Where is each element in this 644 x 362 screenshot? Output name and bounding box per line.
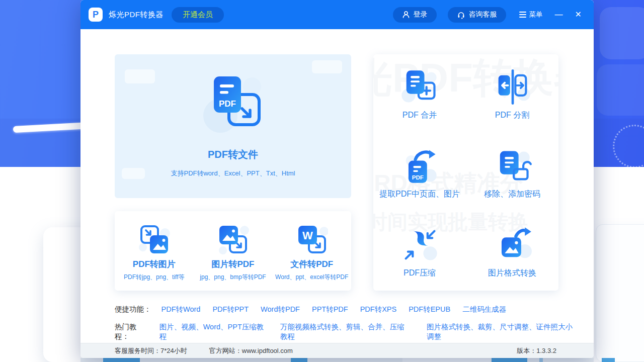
open-vip-button[interactable]: 开通会员 — [172, 7, 224, 23]
quick-features-row: 便捷功能： PDF转Word PDF转PPT Word转PDF PPT转PDF … — [115, 305, 518, 314]
file-to-pdf-item[interactable]: W 文件转PDF Word、ppt、excel等转PDF — [272, 211, 351, 291]
link-pdf-to-ppt[interactable]: PDF转PPT — [212, 305, 249, 314]
tool-title: 图片格式转换 — [488, 268, 536, 279]
tool-title: PDF压缩 — [404, 268, 436, 279]
pdf-password-item[interactable]: 移除、添加密码 — [466, 133, 558, 212]
image-to-pdf-item[interactable]: 图片转PDF jpg、png、bmp等转PDF — [194, 211, 273, 291]
tool-title: PDF 分割 — [495, 110, 529, 121]
pdf-to-file-subtitle: 支持PDF转word、Excel、PPT、Txt、Html — [171, 169, 295, 178]
hot-tutorials-row: 热门教程： 图片、视频、Word、PPT压缩教程 万能视频格式转换、剪辑、合并、… — [115, 322, 594, 341]
pdf-split-icon — [492, 67, 532, 107]
link-qrcode-generator[interactable]: 二维码生成器 — [462, 305, 506, 314]
version-label: 版本：1.3.3.2 — [517, 346, 556, 355]
tool-title: 提取PDF中页面、图片 — [379, 189, 460, 200]
footer-bar: 客服服务时间：7*24小时 官方网站：www.ipdftool.com 版本：1… — [80, 343, 594, 358]
background-rounded-shape — [600, 7, 644, 59]
pdf-to-file-card[interactable]: PDF PDF转文件 支持PDF转word、Excel、PPT、Txt、Html — [115, 54, 351, 198]
link-ppt-to-pdf[interactable]: PPT转PDF — [312, 305, 348, 314]
pdf-extract-item[interactable]: PDF 提取PDF中页面、图片 — [373, 133, 466, 212]
background-bottom-strip — [80, 358, 594, 362]
app-logo-icon: P — [89, 8, 103, 22]
headset-icon — [457, 11, 465, 19]
login-label: 登录 — [414, 10, 428, 19]
file-to-pdf-icon: W — [296, 223, 328, 255]
card-decor — [122, 168, 145, 179]
image-format-icon — [492, 225, 532, 265]
pdf-to-image-icon — [138, 223, 170, 255]
pdf-password-icon — [492, 146, 532, 186]
titlebar[interactable]: P 烁光PDF转换器 开通会员 登录 咨询客服 菜单 — ✕ — [80, 0, 594, 29]
card-decor — [312, 60, 342, 73]
background-bottom-strip-right — [602, 358, 615, 362]
svg-text:PDF: PDF — [412, 174, 424, 180]
quick-features-label: 便捷功能： — [115, 305, 151, 314]
hot-tutorials-label: 热门教程： — [115, 322, 149, 341]
link-video-tutorial[interactable]: 万能视频格式转换、剪辑、合并、压缩教程 — [280, 322, 412, 341]
tool-title: PDF 合并 — [403, 110, 437, 121]
service-time: 客服服务时间：7*24小时 — [115, 346, 187, 355]
menu-button[interactable]: 菜单 — [519, 10, 543, 19]
pdf-to-file-icon: PDF — [198, 73, 268, 133]
item-subtitle: PDF转jpg、png、tiff等 — [124, 273, 185, 282]
svg-text:W: W — [302, 229, 313, 242]
converter-row-card: PDF转图片 PDF转jpg、png、tiff等 图片转PDF jpg、png、… — [115, 211, 351, 291]
image-to-pdf-icon — [217, 223, 249, 255]
pdf-split-item[interactable]: PDF 分割 — [466, 54, 558, 133]
link-pdf-to-epub[interactable]: PDF转EPUB — [409, 305, 450, 314]
tools-card: 光PDF转换器 WORD格式精准分 时间实现批量转换 PDF 合并 — [373, 54, 558, 291]
link-pdf-to-word[interactable]: PDF转Word — [162, 305, 201, 314]
user-icon — [402, 11, 410, 19]
customer-service-button[interactable]: 咨询客服 — [448, 7, 506, 23]
official-website: 官方网站：www.ipdftool.com — [209, 346, 293, 355]
app-title: 烁光PDF转换器 — [109, 10, 164, 20]
main-content: PDF PDF转文件 支持PDF转word、Excel、PPT、Txt、Html… — [80, 29, 594, 343]
svg-text:PDF: PDF — [219, 99, 236, 109]
minimize-button[interactable]: — — [555, 11, 563, 19]
background-rounded-shape — [597, 64, 644, 116]
image-format-item[interactable]: 图片格式转换 — [466, 212, 558, 291]
item-title: 图片转PDF — [212, 258, 255, 270]
pdf-merge-item[interactable]: PDF 合并 — [373, 54, 466, 133]
hamburger-icon — [519, 12, 526, 18]
tool-title: 移除、添加密码 — [484, 189, 540, 200]
pdf-merge-icon — [399, 67, 440, 107]
pdf-compress-item[interactable]: PDF压缩 — [373, 212, 466, 291]
link-word-to-pdf[interactable]: Word转PDF — [261, 305, 300, 314]
item-subtitle: Word、ppt、excel等转PDF — [275, 273, 348, 282]
item-title: PDF转图片 — [133, 258, 176, 270]
link-compress-tutorial[interactable]: 图片、视频、Word、PPT压缩教程 — [159, 322, 265, 341]
close-button[interactable]: ✕ — [575, 11, 582, 19]
pdf-extract-icon: PDF — [399, 146, 440, 186]
login-button[interactable]: 登录 — [393, 7, 437, 23]
app-window: P 烁光PDF转换器 开通会员 登录 咨询客服 菜单 — ✕ — [80, 0, 594, 358]
link-image-tutorial[interactable]: 图片格式转换、裁剪、尺寸调整、证件照大小调整 — [427, 322, 579, 341]
pdf-to-file-title: PDF转文件 — [208, 148, 258, 161]
pdf-to-image-item[interactable]: PDF转图片 PDF转jpg、png、tiff等 — [115, 211, 194, 291]
item-title: 文件转PDF — [290, 258, 333, 270]
background-card-right — [596, 224, 644, 362]
link-pdf-to-xps[interactable]: PDF转XPS — [360, 305, 397, 314]
item-subtitle: jpg、png、bmp等转PDF — [200, 273, 266, 282]
card-decor — [125, 69, 155, 83]
customer-service-label: 咨询客服 — [469, 10, 497, 19]
menu-label: 菜单 — [529, 10, 543, 19]
pdf-compress-icon — [399, 225, 440, 265]
